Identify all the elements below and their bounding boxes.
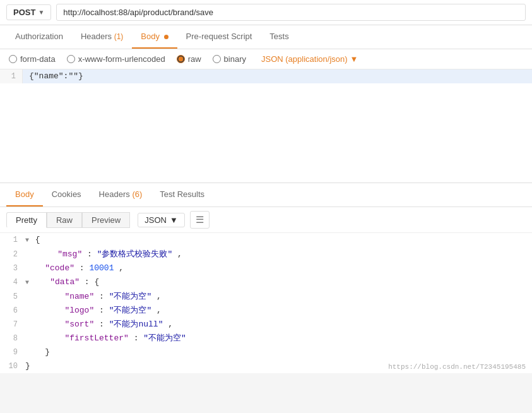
resp-tab-cookies[interactable]: Cookies — [43, 183, 90, 206]
option-raw[interactable]: raw — [177, 54, 201, 64]
url-input[interactable] — [56, 4, 526, 21]
tab-body[interactable]: Body — [132, 25, 177, 49]
response-code-area: 1 ▼ { 2 "msg" : "参数格式校验失败" , 3 "code" : — [0, 233, 532, 373]
json-format-select[interactable]: JSON (application/json) ▼ — [261, 54, 358, 64]
body-options: form-data x-www-form-urlencoded raw bina… — [0, 49, 532, 69]
expand-icon-4[interactable]: ▼ — [25, 279, 29, 286]
expand-icon-1[interactable]: ▼ — [25, 237, 29, 244]
format-icon-button[interactable]: ☰ — [190, 211, 210, 229]
response-section: Body Cookies Headers (6) Test Results Pr… — [0, 183, 532, 373]
pretty-bar: Pretty Raw Preview JSON ▼ ☰ — [0, 207, 532, 233]
option-x-www-form-urlencoded[interactable]: x-www-form-urlencoded — [67, 54, 165, 64]
pretty-button[interactable]: Pretty — [6, 212, 47, 228]
resp-line-7: 7 "sort" : "不能为null" , — [0, 318, 532, 332]
resp-line-9: 9 } — [0, 345, 532, 359]
tab-authorization[interactable]: Authorization — [6, 25, 72, 49]
resp-line-3: 3 "code" : 10001 , — [0, 261, 532, 275]
method-label: POST — [13, 8, 35, 17]
tab-headers[interactable]: Headers (1) — [72, 25, 132, 49]
chevron-down-icon: ▼ — [170, 215, 178, 225]
chevron-down-icon: ▼ — [38, 9, 44, 16]
raw-button[interactable]: Raw — [47, 212, 82, 228]
method-select[interactable]: POST ▼ — [6, 4, 51, 20]
url-bar: POST ▼ — [0, 0, 532, 25]
resp-line-2: 2 "msg" : "参数格式校验失败" , — [0, 248, 532, 261]
resp-tab-headers[interactable]: Headers (6) — [90, 183, 151, 206]
format-select[interactable]: JSON ▼ — [138, 213, 185, 227]
tab-pre-request-script[interactable]: Pre-request Script — [177, 25, 261, 49]
watermark: https://blog.csdn.net/T2345195485 — [388, 363, 526, 371]
resp-line-4: 4 ▼ "data" : { — [0, 275, 532, 290]
option-binary[interactable]: binary — [213, 54, 246, 64]
preview-button[interactable]: Preview — [82, 212, 130, 228]
tab-tests[interactable]: Tests — [261, 25, 297, 49]
resp-line-5: 5 "name" : "不能为空" , — [0, 290, 532, 304]
resp-tab-test-results[interactable]: Test Results — [151, 183, 213, 206]
body-dot-indicator — [164, 35, 168, 39]
request-tabs: Authorization Headers (1) Body Pre-reque… — [0, 25, 532, 49]
response-tabs: Body Cookies Headers (6) Test Results — [0, 183, 532, 207]
request-body-editor: 1 {"name":""} — [0, 69, 532, 183]
request-line-1: 1 {"name":""} — [0, 69, 532, 83]
resp-line-1: 1 ▼ { — [0, 233, 532, 248]
line-number-1: 1 — [0, 69, 23, 83]
resp-line-8: 8 "firstLetter" : "不能为空" — [0, 332, 532, 345]
chevron-down-icon: ▼ — [350, 54, 358, 64]
line-content-1[interactable]: {"name":""} — [23, 69, 532, 83]
resp-tab-body[interactable]: Body — [6, 183, 43, 206]
option-form-data[interactable]: form-data — [9, 54, 56, 64]
resp-line-6: 6 "logo" : "不能为空" , — [0, 304, 532, 318]
